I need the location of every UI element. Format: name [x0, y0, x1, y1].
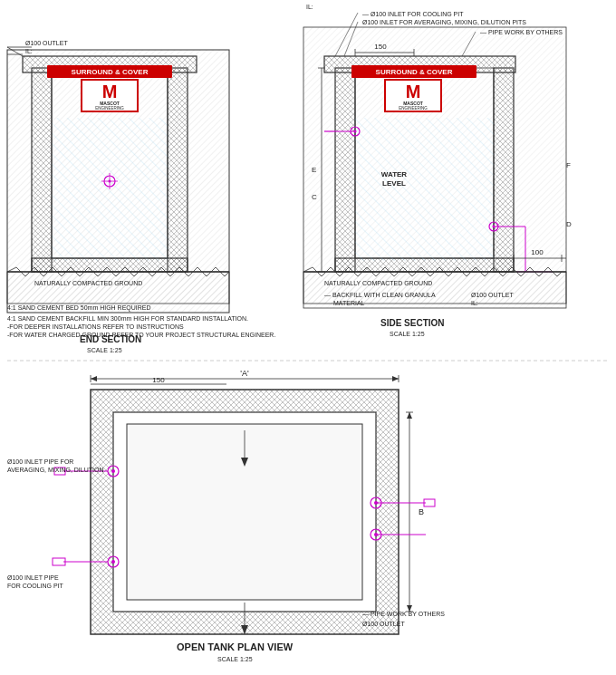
side-backfill: — BACKFILL WITH CLEAN GRANULA — [324, 292, 436, 298]
plan-outlet: Ø100 OUTLET — [362, 621, 405, 627]
svg-marker-78 — [392, 376, 399, 381]
dim-a: 'A' — [240, 369, 249, 378]
side-inlet-averaging: Ø100 INLET FOR AVERAGING, MIXING, DILUTI… — [362, 19, 526, 25]
svg-rect-8 — [168, 68, 188, 272]
note-water: -FOR WATER CHARGED GROUND REFER TO YOUR … — [7, 332, 275, 338]
svg-point-86 — [111, 469, 115, 473]
dim-d: D — [566, 220, 572, 228]
svg-rect-36 — [355, 118, 494, 261]
plan-view-scale: SCALE 1:25 — [217, 656, 253, 662]
technical-drawing: SURROUND & COVER M MASCOT ENGINEERING Ø1… — [0, 0, 616, 675]
svg-text:SURROUND & COVER: SURROUND & COVER — [72, 68, 149, 76]
svg-text:FOR COOLING PIT: FOR COOLING PIT — [7, 583, 64, 589]
end-outlet-label: Ø100 OUTLET — [25, 40, 68, 46]
dim-e: E — [312, 166, 316, 174]
svg-rect-55 — [303, 272, 566, 304]
svg-rect-105 — [53, 558, 65, 565]
svg-rect-33 — [494, 68, 514, 272]
svg-text:LEVEL: LEVEL — [382, 179, 406, 188]
side-section-title: SIDE SECTION — [380, 318, 445, 328]
svg-marker-77 — [91, 376, 97, 381]
note-deeper: -FOR DEEPER INSTALLATIONS REFER TO INSTR… — [7, 323, 184, 330]
side-section-scale: SCALE 1:25 — [390, 331, 425, 337]
svg-point-103 — [111, 560, 115, 564]
plan-view-title: OPEN TANK PLAN VIEW — [177, 641, 294, 652]
note-sand-bed: 4:1 SAND CEMENT BED 50mm HIGH REQUIRED — [7, 304, 151, 312]
end-ground-label: NATURALLY COMPACTED GROUND — [34, 280, 142, 286]
svg-text:ENGINEERING: ENGINEERING — [95, 106, 124, 111]
svg-text:ENGINEERING: ENGINEERING — [399, 106, 428, 111]
plan-dim-150: 150 — [152, 376, 165, 384]
plan-pipe-others: — PIPE WORK BY OTHERS — [362, 611, 445, 617]
dim-100: 100 — [531, 248, 544, 256]
dim-c: C — [312, 193, 317, 201]
svg-rect-32 — [335, 68, 355, 272]
svg-text:IL:: IL: — [25, 48, 33, 54]
side-pipe-others: — PIPE WORK BY OTHERS — [480, 29, 563, 35]
water-level-label: WATER — [381, 170, 408, 178]
svg-text:M: M — [406, 82, 421, 101]
plan-inlet-averaging: Ø100 INLET PIPE FOR — [7, 458, 73, 465]
svg-text:MATERIAL: MATERIAL — [333, 300, 365, 306]
dim-150-side: 150 — [374, 43, 387, 51]
svg-text:AVERAGING, MIXING, DILUTION: AVERAGING, MIXING, DILUTION — [7, 467, 103, 473]
svg-text:SURROUND & COVER: SURROUND & COVER — [376, 68, 453, 76]
side-outlet: Ø100 OUTLET — [471, 292, 514, 298]
note-backfill: 4:1 SAND CEMENT BACKFILL MIN 300mm HIGH … — [7, 315, 248, 322]
svg-rect-7 — [32, 68, 52, 272]
page: SURROUND & COVER M MASCOT ENGINEERING Ø1… — [0, 0, 616, 675]
side-il-bottom: IL: — [471, 300, 478, 306]
end-section-scale: SCALE 1:25 — [87, 347, 122, 353]
side-il-top: IL: — [306, 4, 313, 10]
dim-f: F — [566, 161, 571, 169]
side-inlet-cooling: — Ø100 INLET FOR COOLING PIT — [362, 11, 464, 17]
side-ground-label: NATURALLY COMPACTED GROUND — [324, 280, 432, 286]
svg-rect-27 — [7, 272, 229, 304]
svg-text:M: M — [102, 82, 118, 101]
plan-inlet-cooling: Ø100 INLET PIPE — [7, 574, 59, 581]
svg-marker-83 — [407, 412, 412, 419]
dim-b: B — [419, 507, 424, 516]
